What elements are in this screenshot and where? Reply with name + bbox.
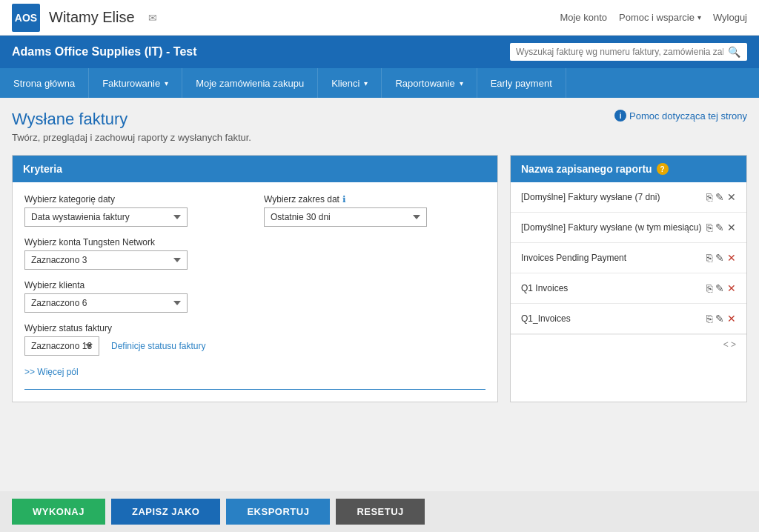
nav-item-orders[interactable]: Moje zamówienia zakupu	[182, 68, 318, 98]
panel-divider	[24, 389, 485, 390]
help-link[interactable]: Pomoc i wsparcie ▾	[619, 12, 701, 23]
empty-group-2	[264, 280, 485, 313]
report-5-copy-icon[interactable]: ⎘	[706, 313, 712, 325]
client-select[interactable]: Zaznaczono 6	[24, 293, 188, 313]
report-4-delete-icon[interactable]: ✕	[727, 282, 736, 294]
criteria-row-2: Wybierz konta Tungsten Network Zaznaczon…	[24, 237, 485, 270]
criteria-panel-header: Kryteria	[13, 156, 497, 182]
account-group: Wybierz konta Tungsten Network Zaznaczon…	[24, 237, 246, 270]
date-range-group: Wybierz zakres dat ℹ Ostatnie 30 dni	[264, 194, 485, 227]
saved-reports-panel: Nazwa zapisanego raportu ? [Domyślne] Fa…	[510, 155, 747, 402]
execute-button[interactable]: WYKONAJ	[12, 499, 105, 525]
report-4-copy-icon[interactable]: ⎘	[706, 282, 712, 294]
nav-item-early-payment[interactable]: Early payment	[477, 68, 566, 98]
client-label: Wybierz klienta	[24, 280, 246, 290]
report-item-5: Q1_Invoices ⎘ ✎ ✕	[511, 304, 746, 334]
email-icon: ✉	[148, 12, 157, 24]
main-layout: Kryteria Wybierz kategorię daty Data wys…	[12, 155, 747, 402]
welcome-text: Witamy Elise	[49, 9, 135, 26]
report-4-actions: ⎘ ✎ ✕	[706, 282, 736, 294]
nav-item-invoicing[interactable]: Fakturowanie ▾	[89, 68, 182, 98]
report-5-actions: ⎘ ✎ ✕	[706, 313, 736, 325]
search-input[interactable]	[516, 47, 723, 57]
report-3-actions: ⎘ ✎ ✕	[706, 252, 736, 264]
report-3-delete-icon[interactable]: ✕	[727, 252, 736, 264]
criteria-panel: Kryteria Wybierz kategorię daty Data wys…	[12, 155, 498, 402]
page-subtitle: Twórz, przeglądaj i zachowuj raporty z w…	[12, 132, 251, 143]
help-caret-icon: ▾	[697, 13, 701, 21]
report-2-edit-icon[interactable]: ✎	[715, 222, 724, 233]
report-3-copy-icon[interactable]: ⎘	[706, 252, 712, 264]
save-as-button[interactable]: ZAPISZ JAKO	[111, 499, 220, 525]
empty-group	[264, 237, 485, 270]
company-name: Adams Office Supplies (IT) - Test	[12, 45, 197, 59]
account-link[interactable]: Moje konto	[560, 12, 607, 23]
report-2-copy-icon[interactable]: ⎘	[706, 222, 712, 233]
report-2-delete-icon[interactable]: ✕	[727, 222, 736, 233]
report-item-3: Invoices Pending Payment ⎘ ✎ ✕	[511, 243, 746, 273]
page-title: Wysłane faktury	[12, 110, 251, 129]
nav-bar: Strona główna Fakturowanie ▾ Moje zamówi…	[0, 68, 759, 98]
date-category-label: Wybierz kategorię daty	[24, 194, 246, 205]
report-help-icon: ?	[657, 163, 669, 175]
logo: AOS	[12, 4, 40, 32]
report-2-actions: ⎘ ✎ ✕	[706, 222, 736, 233]
top-bar-right: Moje konto Pomoc i wsparcie ▾ Wyloguj	[560, 12, 747, 23]
nav-item-reporting[interactable]: Raportowanie ▾	[382, 68, 477, 98]
criteria-panel-body: Wybierz kategorię daty Data wystawienia …	[13, 182, 497, 402]
criteria-row-4: Wybierz status faktury Zaznaczono 13 Def…	[24, 323, 485, 356]
account-select[interactable]: Zaznaczono 3	[24, 250, 188, 270]
more-fields-link[interactable]: >> Więcej pól	[24, 367, 79, 377]
account-label: Wybierz konta Tungsten Network	[24, 237, 246, 247]
page-content: Wysłane faktury Twórz, przeglądaj i zach…	[0, 98, 759, 451]
top-bar: AOS Witamy Elise ✉ Moje konto Pomoc i ws…	[0, 0, 759, 36]
logout-link[interactable]: Wyloguj	[713, 12, 747, 23]
reports-panel-header: Nazwa zapisanego raportu ?	[511, 156, 746, 182]
page-title-block: Wysłane faktury Twórz, przeglądaj i zach…	[12, 110, 251, 143]
reset-button[interactable]: RESETUJ	[336, 499, 424, 525]
report-5-edit-icon[interactable]: ✎	[715, 313, 724, 325]
criteria-row-3: Wybierz klienta Zaznaczono 6	[24, 280, 485, 313]
date-category-select[interactable]: Data wystawienia faktury	[24, 207, 188, 227]
report-item-2: [Domyślne] Faktury wysłane (w tym miesią…	[511, 213, 746, 243]
reporting-caret-icon: ▾	[460, 79, 463, 87]
client-group: Wybierz klienta Zaznaczono 6	[24, 280, 246, 313]
bottom-spacer	[12, 402, 747, 439]
report-3-edit-icon[interactable]: ✎	[715, 252, 724, 264]
report-item-4: Q1 Invoices ⎘ ✎ ✕	[511, 273, 746, 304]
status-definitions-link[interactable]: Definicje statusu faktury	[111, 341, 205, 351]
bottom-bar: WYKONAJ ZAPISZ JAKO EKSPORTUJ RESETUJ	[0, 491, 759, 532]
report-1-edit-icon[interactable]: ✎	[715, 191, 724, 203]
status-select[interactable]: Zaznaczono 13	[24, 336, 99, 356]
search-icon[interactable]: 🔍	[728, 46, 740, 58]
report-item-1: [Domyślne] Faktury wysłane (7 dni) ⎘ ✎ ✕	[511, 182, 746, 213]
export-button[interactable]: EKSPORTUJ	[226, 499, 330, 525]
search-box: 🔍	[510, 43, 747, 61]
criteria-row-1: Wybierz kategorię daty Data wystawienia …	[24, 194, 485, 227]
date-range-select[interactable]: Ostatnie 30 dni	[264, 207, 427, 227]
scroll-indicator: < >	[511, 334, 746, 354]
nav-item-clients[interactable]: Klienci ▾	[318, 68, 382, 98]
clients-caret-icon: ▾	[364, 79, 368, 87]
top-bar-left: AOS Witamy Elise ✉	[12, 4, 157, 32]
report-1-copy-icon[interactable]: ⎘	[706, 191, 712, 203]
date-range-label: Wybierz zakres dat ℹ	[264, 194, 485, 205]
help-circle-icon: i	[614, 110, 626, 122]
report-4-edit-icon[interactable]: ✎	[715, 282, 724, 294]
company-bar: Adams Office Supplies (IT) - Test 🔍	[0, 36, 759, 68]
nav-item-home[interactable]: Strona główna	[0, 68, 89, 98]
report-5-delete-icon[interactable]: ✕	[727, 313, 736, 325]
help-page-link[interactable]: i Pomoc dotycząca tej strony	[614, 110, 747, 122]
page-header: Wysłane faktury Twórz, przeglądaj i zach…	[12, 110, 747, 143]
report-1-actions: ⎘ ✎ ✕	[706, 191, 736, 203]
date-range-info-icon: ℹ	[342, 194, 346, 205]
invoicing-caret-icon: ▾	[165, 79, 168, 87]
status-label: Wybierz status faktury	[24, 323, 485, 333]
status-group: Wybierz status faktury Zaznaczono 13 Def…	[24, 323, 485, 356]
date-category-group: Wybierz kategorię daty Data wystawienia …	[24, 194, 246, 227]
report-1-delete-icon[interactable]: ✕	[727, 191, 736, 203]
